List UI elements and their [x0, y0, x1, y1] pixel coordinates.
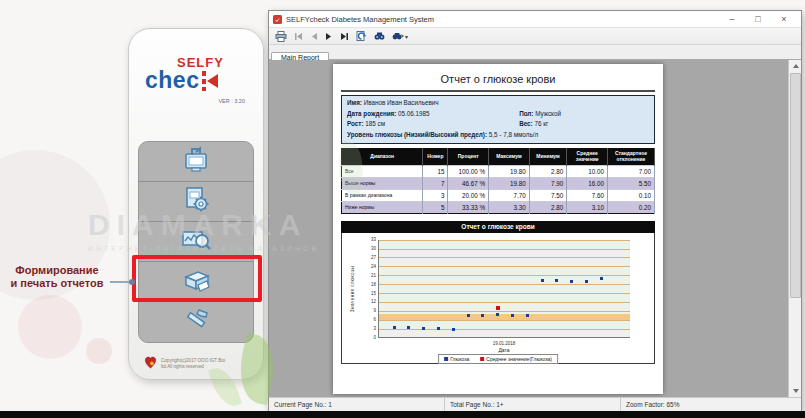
glucose-point — [526, 314, 529, 317]
patient-field: Вес: 76 кг — [519, 119, 649, 130]
y-tick-label: 24 — [361, 264, 376, 269]
column-header: Диапазон — [342, 149, 423, 166]
patient-info-box: Имя: Иванов Иван ВасильевичДата рождения… — [341, 95, 655, 144]
y-tick-label: 15 — [361, 291, 376, 296]
minimize-button[interactable]: – — [719, 11, 745, 27]
brand-heart-icon — [143, 355, 158, 373]
highlight-red-box — [132, 255, 262, 302]
table-row: Выше нормы746.67 %19.807.9016.005.50 — [342, 177, 655, 189]
patient-field: Имя: Иванов Иван Васильевич — [347, 98, 649, 109]
chart-title-bar: Отчет о глюкозе крови — [341, 221, 655, 233]
bottom-black-strip — [0, 411, 805, 418]
window-title: SELFYcheck Diabetes Management System — [286, 15, 719, 24]
table-cell: Ниже нормы — [342, 201, 423, 213]
column-header: Минимум — [529, 149, 567, 166]
app-icon — [273, 10, 282, 28]
tools-icon — [179, 305, 213, 339]
table-cell: 3.30 — [489, 201, 530, 213]
mean-glucose-point — [496, 306, 500, 310]
gridline — [379, 284, 630, 285]
patient-row: Дата рождения: 05.06.1985Пол: Мужской — [347, 109, 649, 120]
glucose-point — [511, 314, 514, 317]
gridline — [379, 329, 630, 330]
print-icon[interactable] — [275, 31, 287, 42]
table-cell: 7.90 — [529, 177, 567, 189]
report-toolbar: ▾ — [269, 28, 801, 45]
patient-row: Имя: Иванов Иван Васильевич — [347, 98, 649, 109]
table-row: Ниже нормы533.33 %3.302.803.100.20 — [342, 201, 655, 213]
glucose-point — [600, 277, 603, 280]
table-cell: 3 — [423, 189, 448, 201]
callout-connector-dot — [129, 279, 135, 285]
selfycheck-device-panel: SELFY chec VER : 3.20 — [128, 28, 264, 380]
table-cell: 5 — [423, 201, 448, 213]
logo-dash-icon — [202, 71, 206, 91]
glucose-point — [467, 314, 470, 317]
sidebar-button-panel — [138, 141, 254, 343]
gridline — [379, 249, 630, 250]
table-cell: 10.00 — [567, 165, 608, 177]
glucose-table: ДиапазонНомерПроцентМаксимумМинимумСредн… — [341, 148, 655, 214]
table-cell: 20.00 % — [448, 189, 489, 201]
sidebar-item-data-transfer[interactable] — [139, 142, 253, 182]
scrollbar-thumb[interactable] — [790, 73, 801, 298]
table-cell: 19.80 — [489, 177, 530, 189]
legend-item: Глюкоза — [444, 356, 469, 362]
scroll-down-icon[interactable] — [789, 385, 801, 397]
chart-xtick: 19.01.2018 — [378, 341, 630, 346]
table-cell: Все — [342, 165, 423, 177]
export-icon[interactable] — [356, 31, 367, 42]
glucose-point — [452, 328, 455, 331]
y-tick-label: 0 — [361, 335, 376, 340]
report-viewport: Отчет о глюкозе крови Имя: Иванов Иван В… — [269, 60, 801, 397]
gridline — [379, 275, 630, 276]
glucose-point — [496, 313, 499, 316]
next-page-icon[interactable] — [325, 32, 333, 41]
sidebar-item-report-settings[interactable] — [139, 182, 253, 222]
report-page: Отчет о глюкозе крови Имя: Иванов Иван В… — [333, 64, 663, 394]
glucose-point — [407, 326, 410, 329]
patient-row: Рост: 185 смВес: 76 кг — [347, 119, 649, 130]
gridline — [379, 266, 630, 267]
glucose-point — [555, 279, 558, 282]
vertical-scrollbar[interactable] — [788, 60, 801, 397]
table-cell: 7.50 — [529, 189, 567, 201]
table-cell: 19.80 — [489, 165, 530, 177]
legend-swatch — [444, 357, 448, 361]
glucose-point — [481, 314, 484, 317]
background-circle — [18, 295, 82, 359]
first-page-icon[interactable] — [294, 32, 303, 41]
table-cell: 16.00 — [567, 177, 608, 189]
sidebar-item-tools[interactable] — [139, 302, 253, 342]
patient-field: Рост: 185 см — [347, 119, 519, 130]
table-cell: Выше нормы — [342, 177, 423, 189]
maximize-button[interactable]: □ — [745, 11, 771, 27]
y-tick-label: 18 — [361, 282, 376, 287]
tab-bar: Main Report — [269, 45, 801, 60]
close-button[interactable]: × — [771, 11, 797, 27]
prev-page-icon[interactable] — [310, 32, 318, 41]
last-page-icon[interactable] — [340, 32, 349, 41]
titlebar: SELFYcheck Diabetes Management System – … — [269, 11, 801, 28]
table-row: Все15100.00 %19.802.8010.007.00 — [342, 165, 655, 177]
column-header: Стандартное отклонение — [608, 149, 655, 166]
column-header: Максимум — [489, 149, 530, 166]
search-icon[interactable] — [374, 31, 385, 41]
search-next-icon[interactable]: ▾ — [392, 31, 408, 41]
scroll-up-icon[interactable] — [789, 60, 801, 72]
y-tick-label: 27 — [361, 255, 376, 260]
status-zoom-factor: Zoom Factor: 65% — [621, 398, 801, 412]
report-title: Отчет о глюкозе крови — [333, 73, 663, 85]
title-rule — [341, 90, 655, 92]
table-cell: 7.00 — [608, 165, 655, 177]
column-header: Среднее значение — [567, 149, 608, 166]
version-label: VER : 3.20 — [145, 98, 245, 104]
y-tick-label: 33 — [361, 237, 376, 242]
table-cell: 7.60 — [567, 189, 608, 201]
status-bar: Current Page No.: 1 Total Page No.: 1+ Z… — [269, 397, 801, 412]
table-cell: 33.33 % — [448, 201, 489, 213]
table-cell: 2.80 — [529, 165, 567, 177]
glucose-table-header-row: ДиапазонНомерПроцентМаксимумМинимумСредн… — [342, 149, 655, 166]
glucose-point — [422, 327, 425, 330]
glucose-point — [393, 326, 396, 329]
